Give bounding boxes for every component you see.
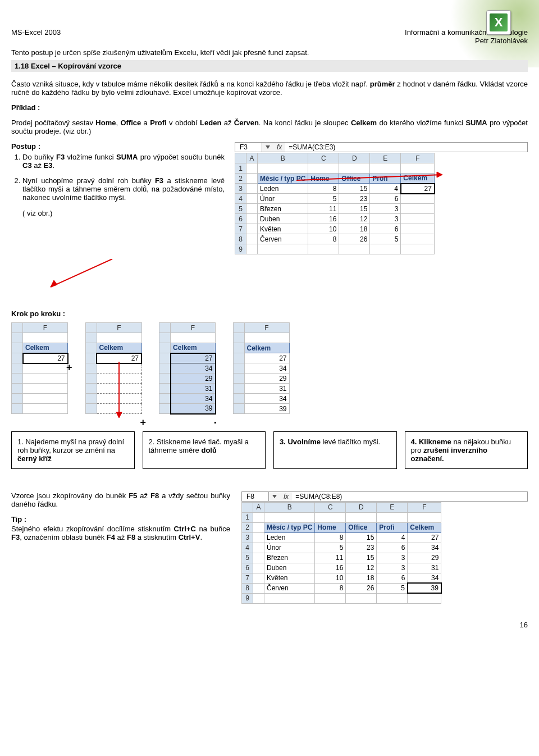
namebox-2: F8 xyxy=(242,492,269,501)
p2-d: Office xyxy=(120,119,141,127)
mini-table-2: F Celkem 27 xyxy=(85,322,143,414)
formula-bar-2: F8 fx =SUMA(C8:E8) xyxy=(241,491,528,502)
m2-v0: 27 xyxy=(97,353,141,363)
t1-r3-c3: 3 xyxy=(370,214,401,224)
header-right-2: Petr Zlatohlávek xyxy=(405,37,528,45)
t2-r2-c3: 3 xyxy=(377,553,408,563)
m2-col: F xyxy=(97,323,141,333)
ti: a stisknutím xyxy=(135,533,179,541)
step-2: Nyní uchopíme pravý dolní roh buňky F3 a… xyxy=(22,176,225,202)
m1-v0: 27 xyxy=(23,353,68,363)
row-8: 8 xyxy=(235,234,246,244)
t1-r1-c1: 5 xyxy=(308,194,339,204)
t1-r4-c4 xyxy=(401,224,435,234)
m3-hdr: Celkem xyxy=(171,343,216,353)
t1-r4-c0: Květen xyxy=(258,224,308,234)
t2-r3-c2: 12 xyxy=(346,563,377,573)
excel-table-2: A B C D E F 1 2 Měsíc / typ PC Home Offi… xyxy=(241,502,442,604)
t2-h1: Home xyxy=(315,522,346,532)
m2-r2 xyxy=(85,343,97,353)
namebox-1: F3 xyxy=(235,143,262,152)
m4-v1: 34 xyxy=(244,363,289,374)
b2b: dolů xyxy=(201,446,216,454)
b4a: 4. Klikneme xyxy=(411,438,451,446)
m1-r5 xyxy=(12,374,23,384)
t2-r4-c4: 34 xyxy=(408,573,441,583)
excel-table-1: A B C D E F 1 2 Měsíc / typ PC Home Offi… xyxy=(235,153,435,254)
s1h: E3 xyxy=(44,161,53,170)
t1-r4-c3: 6 xyxy=(370,224,401,234)
m1-v1 xyxy=(23,363,68,374)
t2-row-9: 9 xyxy=(242,593,253,603)
t2-row-5: 5 xyxy=(242,553,253,563)
s1d: SUMA xyxy=(116,153,138,161)
t1-r1-c2: 23 xyxy=(339,194,370,204)
m4-r4 xyxy=(233,363,244,374)
row-1: 1 xyxy=(235,163,246,174)
t2-r1-c1: 5 xyxy=(315,543,346,553)
t2-r0-c0: Leden xyxy=(264,532,315,543)
p2-j: Červen xyxy=(234,119,259,127)
m1-r8 xyxy=(12,404,23,414)
m3-col: F xyxy=(171,323,216,333)
m4-v3: 31 xyxy=(244,384,289,394)
t2-h4: Celkem xyxy=(408,522,441,532)
excel-logo-icon xyxy=(486,10,511,35)
t1-r0-c2: 15 xyxy=(339,184,370,194)
m4-r3 xyxy=(233,353,244,363)
t2-r0-c4: 27 xyxy=(408,532,441,543)
s2b: F3 xyxy=(155,176,163,185)
b3b: levé tlačítko myši. xyxy=(321,438,380,446)
t1-r2-c4 xyxy=(401,204,435,214)
t2-h3: Profi xyxy=(377,522,408,532)
t2-corner xyxy=(242,502,253,512)
t1-r2-c2: 15 xyxy=(339,204,370,214)
svg-line-2 xyxy=(51,259,112,287)
t2-row-1: 1 xyxy=(242,512,253,522)
tj: Ctrl+V xyxy=(179,533,200,541)
m2-r6 xyxy=(85,384,97,394)
p2-e: a xyxy=(141,119,150,127)
m1-r2 xyxy=(12,343,23,353)
m1-r6 xyxy=(12,384,23,394)
t2-r0-c3: 4 xyxy=(377,532,408,543)
t2-r5-c4: 39 xyxy=(408,583,441,593)
m1-r7 xyxy=(12,394,23,404)
hdr-home: Home xyxy=(308,174,339,184)
t2-row-2: 2 xyxy=(242,522,253,532)
m4-v0: 27 xyxy=(244,353,289,363)
t2-r5-c2: 26 xyxy=(346,583,377,593)
t2-r1-c4: 34 xyxy=(408,543,441,553)
b3a: 3. Uvolníme xyxy=(280,438,321,446)
krok-label: Krok po kroku : xyxy=(11,309,528,318)
m4-r1 xyxy=(233,333,244,343)
t2-r4-c0: Květen xyxy=(264,573,315,583)
namebox-dropdown-icon-2 xyxy=(272,495,277,498)
m3-v1: 34 xyxy=(171,363,216,374)
fp1b: F5 xyxy=(129,491,137,500)
s1a: Do buňky xyxy=(22,153,56,161)
t1-r1-c3: 6 xyxy=(370,194,401,204)
t2-r1-c3: 6 xyxy=(377,543,408,553)
p2-l: Celkem xyxy=(351,119,377,127)
t2-col-D: D xyxy=(346,502,377,512)
final-p1: Vzorce jsou zkopírovány do buněk F5 až F… xyxy=(11,491,230,508)
t2-h0: Měsíc / typ PC xyxy=(264,522,315,532)
th: F8 xyxy=(127,533,135,541)
t2-r2-c2: 15 xyxy=(346,553,377,563)
postup-label: Postup : xyxy=(11,142,225,151)
t1-r5-c0: Červen xyxy=(258,234,308,244)
m2-r7 xyxy=(85,394,97,404)
col-B: B xyxy=(258,153,308,163)
fp1a: Vzorce jsou zkopírovány do buněk xyxy=(11,491,129,500)
svg-marker-1 xyxy=(437,172,442,177)
m3-r3 xyxy=(159,353,171,363)
mini-table-4: F Celkem 27 34 29 31 34 39 xyxy=(233,322,290,414)
p1-a: Často vzniká situace, kdy v tabulce máme… xyxy=(11,80,370,88)
cursor-plus-icon-2: + xyxy=(140,419,147,426)
m1-hdr: Celkem xyxy=(23,343,68,353)
m4-r6 xyxy=(233,384,244,394)
m2-v3 xyxy=(97,384,141,394)
formula-bar-1: F3 fx =SUMA(C3:E3) xyxy=(235,142,528,152)
t1-r5-c1: 8 xyxy=(308,234,339,244)
